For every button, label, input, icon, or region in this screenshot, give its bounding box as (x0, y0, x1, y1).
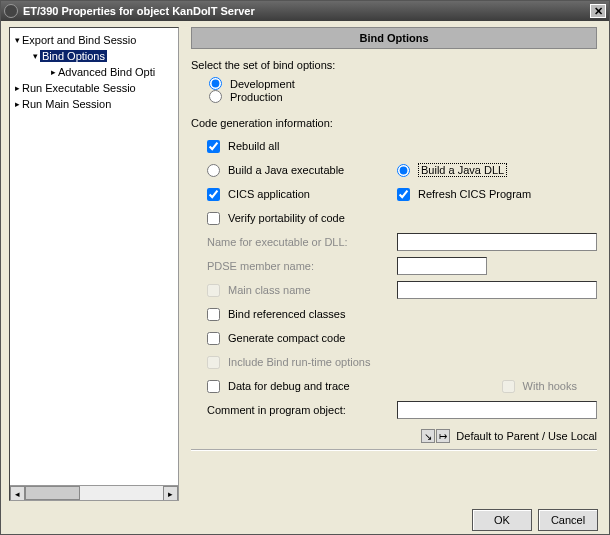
input-name-exe-dll[interactable] (397, 233, 597, 251)
bind-set-radios: Development Production (191, 77, 597, 103)
tree-item-run-main[interactable]: ▸ Run Main Session (12, 96, 176, 112)
twisty-icon[interactable]: ▸ (48, 67, 58, 77)
scroll-track[interactable] (25, 486, 163, 500)
checkbox-include-runtime[interactable]: Include Bind run-time options (207, 356, 370, 369)
tree-scrollbar-horizontal[interactable]: ◂ ▸ (10, 485, 178, 500)
checkbox-rebuild-all[interactable]: Rebuild all (207, 140, 279, 153)
ok-button[interactable]: OK (472, 509, 532, 531)
label-pdse-name: PDSE member name: (207, 260, 314, 272)
separator (191, 449, 597, 451)
twisty-icon[interactable]: ▸ (12, 83, 22, 93)
scroll-right-icon[interactable]: ▸ (163, 486, 178, 501)
checkbox-data-debug[interactable]: Data for debug and trace (207, 380, 350, 393)
nav-tree[interactable]: ▾ Export and Bind Sessio ▾ Bind Options … (10, 28, 178, 484)
use-local-icon[interactable]: ↦ (436, 429, 450, 443)
tree-item-export-bind[interactable]: ▾ Export and Bind Sessio (12, 32, 176, 48)
scroll-left-icon[interactable]: ◂ (10, 486, 25, 501)
checkbox-with-hooks[interactable]: With hooks (502, 380, 577, 393)
input-main-class[interactable] (397, 281, 597, 299)
scroll-thumb[interactable] (25, 486, 80, 500)
cancel-button[interactable]: Cancel (538, 509, 598, 531)
label-comment: Comment in program object: (207, 404, 346, 416)
label-name-exe-dll: Name for executable or DLL: (207, 236, 348, 248)
tree-item-advanced-bind[interactable]: ▸ Advanced Bind Opti (12, 64, 176, 80)
codegen-label: Code generation information: (191, 117, 597, 129)
twisty-icon[interactable]: ▾ (30, 51, 40, 61)
checkbox-bind-referenced[interactable]: Bind referenced classes (207, 308, 345, 321)
select-bind-label: Select the set of bind options: (191, 59, 597, 71)
tree-item-run-exe[interactable]: ▸ Run Executable Sessio (12, 80, 176, 96)
app-icon (4, 4, 18, 18)
checkbox-generate-compact[interactable]: Generate compact code (207, 332, 345, 345)
panel-title: Bind Options (191, 27, 597, 49)
content-panel: Bind Options Select the set of bind opti… (183, 21, 609, 501)
checkbox-main-class[interactable]: Main class name (207, 284, 311, 297)
checkbox-verify-portability[interactable]: Verify portability of code (207, 212, 345, 225)
tree-item-bind-options[interactable]: ▾ Bind Options (12, 48, 176, 64)
default-parent-hint: ↘ ↦ Default to Parent / Use Local (191, 429, 597, 443)
close-button[interactable]: ✕ (590, 4, 606, 18)
input-comment[interactable] (397, 401, 597, 419)
button-bar: OK Cancel (472, 509, 598, 531)
checkbox-cics-app[interactable]: CICS application (207, 188, 310, 201)
tree-pane: ▾ Export and Bind Sessio ▾ Bind Options … (9, 27, 179, 501)
default-parent-icon[interactable]: ↘ (421, 429, 435, 443)
radio-build-exe[interactable]: Build a Java executable (207, 164, 344, 177)
hint-text: Default to Parent / Use Local (456, 430, 597, 442)
twisty-icon[interactable]: ▸ (12, 99, 22, 109)
titlebar: ET/390 Properties for object KanDoIT Ser… (1, 1, 609, 21)
radio-build-dll[interactable]: Build a Java DLL (397, 163, 507, 177)
input-pdse-name[interactable] (397, 257, 487, 275)
twisty-icon[interactable]: ▾ (12, 35, 22, 45)
window-title: ET/390 Properties for object KanDoIT Ser… (23, 5, 255, 17)
checkbox-refresh-cics[interactable]: Refresh CICS Program (397, 188, 531, 201)
radio-development[interactable]: Development (209, 77, 579, 90)
radio-production[interactable]: Production (209, 90, 579, 103)
